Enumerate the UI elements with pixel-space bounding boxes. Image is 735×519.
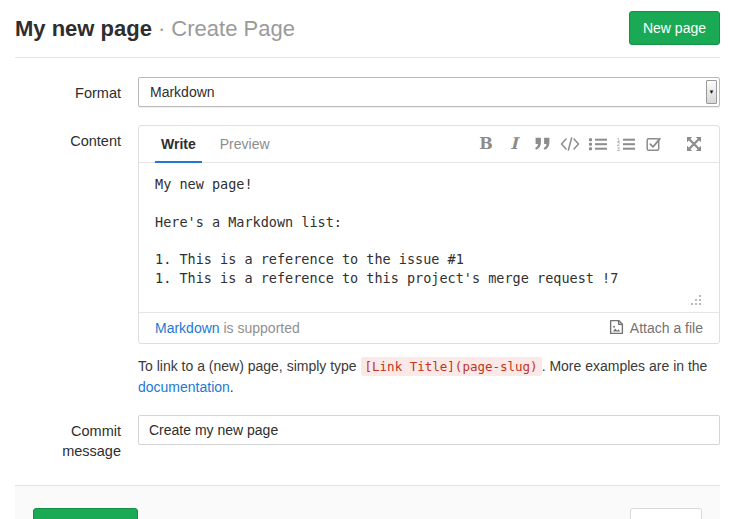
format-select-value: Markdown [150,84,215,100]
documentation-link[interactable]: documentation [138,379,230,395]
code-icon [560,137,580,151]
attach-image-icon [609,319,630,338]
editor-footer: Markdown is supported Attach a file [139,312,719,343]
markdown-editor: Write Preview B I [138,125,720,344]
content-row: Content Write Preview B I [15,125,720,397]
new-page-button[interactable]: New page [629,11,720,45]
wiki-link-hint: To link to a (new) page, simply type [Li… [138,356,720,397]
fullscreen-icon [686,136,702,152]
page-title: My new page· Create Page [15,12,295,45]
italic-button[interactable]: I [505,135,523,153]
commit-message-label: Commit message [15,415,138,461]
tab-preview[interactable]: Preview [214,126,276,162]
italic-icon: I [510,136,517,152]
hint-code-sample: [Link Title](page-slug) [361,357,542,376]
bullet-list-button[interactable] [589,135,607,153]
format-select[interactable]: Markdown ▼ [138,77,720,107]
markdown-help-link[interactable]: Markdown [155,320,220,336]
format-row: Format Markdown ▼ [15,77,720,107]
commit-message-input[interactable] [138,415,720,445]
attach-file-button[interactable]: Attach a file [609,319,703,338]
supported-text: is supported [220,320,300,336]
format-label: Format [15,77,138,107]
bullet-list-icon [589,137,607,151]
content-label: Content [15,125,138,397]
quote-icon [534,137,551,151]
markdown-supported-note: Markdown is supported [155,320,300,336]
editor-write-area: My new page! Here's a Markdown list: 1. … [139,163,719,312]
fullscreen-button[interactable] [685,135,703,153]
task-list-button[interactable] [645,135,663,153]
dropdown-arrow-icon: ▼ [706,80,717,104]
bold-button[interactable]: B [477,135,495,153]
hint-middle: . More examples are in the [542,358,708,374]
resize-handle[interactable] [689,292,702,310]
code-button[interactable] [561,135,579,153]
task-list-icon [646,136,663,152]
editor-toolbar: B I [467,126,703,162]
form-actions: Create page Cancel [15,485,720,519]
hint-prefix: To link to a (new) page, simply type [138,358,361,374]
bold-icon: B [479,136,493,152]
editor-header: Write Preview B I [139,126,719,163]
editor-textarea[interactable]: My new page! Here's a Markdown list: 1. … [139,163,719,312]
hint-suffix: . [230,379,234,395]
quote-button[interactable] [533,135,551,153]
create-page-button[interactable]: Create page [33,508,138,519]
numbered-list-icon: 1 2 3 [617,137,635,151]
page-header: My new page· Create Page New page [15,0,720,58]
cancel-button[interactable]: Cancel [630,508,702,519]
tab-write[interactable]: Write [155,126,202,163]
commit-row: Commit message [15,415,720,461]
page-title-text: My new page [15,16,152,41]
page-container: My new page· Create Page New page Format… [0,0,735,519]
page-subtitle: · Create Page [158,16,295,41]
numbered-list-button[interactable]: 1 2 3 [617,135,635,153]
svg-text:3: 3 [617,146,620,151]
editor-tabs: Write Preview [155,126,288,162]
attach-file-label: Attach a file [630,320,703,336]
